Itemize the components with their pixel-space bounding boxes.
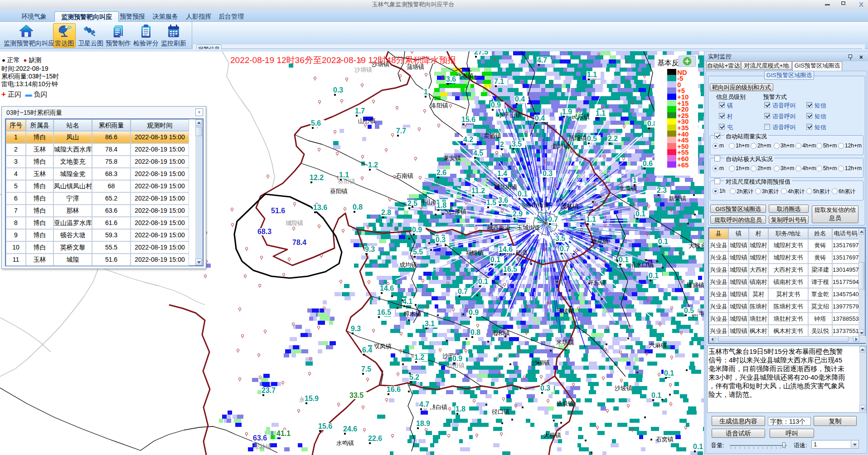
svg-text:城西街道: 城西街道 xyxy=(487,224,511,231)
svg-text:0.1: 0.1 xyxy=(664,369,674,377)
svg-text:新圩镇: 新圩镇 xyxy=(552,143,570,150)
svg-text:盛泉镇: 盛泉镇 xyxy=(556,400,574,407)
svg-text:1.8: 1.8 xyxy=(456,405,466,413)
svg-text:6.4: 6.4 xyxy=(362,346,372,354)
svg-text:16.6: 16.6 xyxy=(387,386,401,393)
svg-text:清水口镇: 清水口镇 xyxy=(630,261,654,268)
svg-text:0.1: 0.1 xyxy=(693,443,703,450)
svg-text:1.1: 1.1 xyxy=(596,109,606,117)
svg-text:0.3: 0.3 xyxy=(540,384,550,392)
svg-text:双凤镇: 双凤镇 xyxy=(373,343,392,350)
svg-text:2022-08-19 12时36分至2022-08-19 1: 2022-08-19 12时36分至2022-08-19 12时48分累积降水预… xyxy=(230,55,456,65)
svg-text:14.6: 14.6 xyxy=(380,284,394,292)
svg-text:北流镇: 北流镇 xyxy=(619,185,637,192)
svg-text:5.6: 5.6 xyxy=(311,119,321,127)
svg-text:15.6: 15.6 xyxy=(318,422,332,430)
svg-text:0.8: 0.8 xyxy=(470,328,480,336)
svg-text:22.6: 22.6 xyxy=(368,435,382,442)
svg-text:名山街道: 名山街道 xyxy=(526,201,549,208)
svg-text:1.8: 1.8 xyxy=(436,201,446,209)
svg-text:14.6: 14.6 xyxy=(499,245,513,253)
svg-text:5.2: 5.2 xyxy=(409,373,419,381)
svg-text:0.9: 0.9 xyxy=(452,355,462,362)
svg-text:城隍镇: 城隍镇 xyxy=(286,220,303,226)
svg-text:3.6: 3.6 xyxy=(446,75,456,83)
svg-text:2.9: 2.9 xyxy=(513,210,523,218)
svg-text:27.5: 27.5 xyxy=(474,51,488,56)
svg-text:洛阳镇: 洛阳镇 xyxy=(431,102,448,109)
svg-text:0.7: 0.7 xyxy=(560,245,570,253)
svg-text:0.1: 0.1 xyxy=(619,256,629,264)
svg-text:0.1: 0.1 xyxy=(658,238,668,245)
svg-text:1.1: 1.1 xyxy=(587,71,597,78)
svg-text:小平山镇: 小平山镇 xyxy=(497,112,521,118)
svg-text:2.3: 2.3 xyxy=(657,186,667,194)
svg-text:16.5: 16.5 xyxy=(503,265,517,273)
svg-text:0.5: 0.5 xyxy=(587,135,597,142)
svg-text:2: 2 xyxy=(500,141,504,148)
svg-text:1.9: 1.9 xyxy=(562,108,572,116)
svg-text:12.2: 12.2 xyxy=(310,174,324,181)
svg-text:1.2: 1.2 xyxy=(368,161,378,169)
svg-text:2.2: 2.2 xyxy=(608,135,618,142)
svg-text:7.1: 7.1 xyxy=(494,78,504,85)
svg-text:1.4: 1.4 xyxy=(497,170,507,177)
svg-text:0.1: 0.1 xyxy=(490,256,500,264)
svg-text:4.2: 4.2 xyxy=(463,136,473,143)
svg-text:基本反: 基本反 xyxy=(657,59,679,67)
svg-text:葵阳镇: 葵阳镇 xyxy=(330,188,348,195)
svg-text:那林镇: 那林镇 xyxy=(254,443,272,450)
svg-text:石南镇: 石南镇 xyxy=(396,172,413,179)
svg-text:沙坡镇: 沙坡镇 xyxy=(615,385,632,391)
svg-text:7.7: 7.7 xyxy=(396,127,406,135)
svg-text:23.7: 23.7 xyxy=(262,387,276,394)
svg-text:成均镇: 成均镇 xyxy=(399,261,417,268)
svg-text:1.2: 1.2 xyxy=(414,353,424,361)
svg-text:0.9: 0.9 xyxy=(412,226,422,234)
svg-text:0.9: 0.9 xyxy=(491,101,501,109)
svg-text:15.9: 15.9 xyxy=(305,395,319,402)
svg-text:2.6: 2.6 xyxy=(436,169,446,176)
svg-text:18.9: 18.9 xyxy=(416,420,430,427)
svg-text:0.1: 0.1 xyxy=(635,210,645,218)
svg-text:0.3: 0.3 xyxy=(436,236,446,244)
svg-text:塘岸镇: 塘岸镇 xyxy=(591,238,609,245)
svg-text:9.3: 9.3 xyxy=(365,245,375,253)
svg-text:马坡镇: 马坡镇 xyxy=(557,308,574,314)
svg-text:4.5: 4.5 xyxy=(473,149,483,157)
svg-text:68.3: 68.3 xyxy=(257,228,272,235)
svg-text:0.6: 0.6 xyxy=(643,160,653,167)
svg-text:78.4: 78.4 xyxy=(292,239,306,246)
svg-text:大桥镇: 大桥镇 xyxy=(543,432,561,439)
svg-text:33.5: 33.5 xyxy=(349,391,364,399)
svg-text:0.5: 0.5 xyxy=(684,307,694,314)
svg-text:石窝镇: 石窝镇 xyxy=(656,436,674,443)
svg-text:0.4: 0.4 xyxy=(515,95,525,103)
svg-text:福绵镇: 福绵镇 xyxy=(466,250,484,256)
svg-text:0.8: 0.8 xyxy=(353,203,363,211)
svg-text:1.7: 1.7 xyxy=(355,107,365,115)
svg-text:西埌镇: 西埌镇 xyxy=(569,135,587,142)
svg-text:水鸣镇: 水鸣镇 xyxy=(336,440,354,446)
svg-text:城北街道: 城北街道 xyxy=(494,183,518,190)
svg-text:新荣镇: 新荣镇 xyxy=(669,195,686,202)
svg-text:9.3: 9.3 xyxy=(351,325,361,333)
svg-text:5.5: 5.5 xyxy=(413,248,423,256)
svg-text:樟木镇: 樟木镇 xyxy=(403,310,422,317)
svg-text:石和镇: 石和镇 xyxy=(492,330,510,337)
svg-text:3.5: 3.5 xyxy=(555,235,565,242)
svg-text:沙塘镇: 沙塘镇 xyxy=(354,66,372,73)
svg-text:0.1: 0.1 xyxy=(649,272,659,279)
svg-text:0.7: 0.7 xyxy=(548,215,558,223)
svg-text:六麻镇: 六麻镇 xyxy=(649,342,667,349)
svg-text:1.1: 1.1 xyxy=(586,215,596,223)
svg-text:1.5: 1.5 xyxy=(486,199,496,206)
svg-text:0.1: 0.1 xyxy=(478,278,488,285)
svg-text:0.7: 0.7 xyxy=(458,288,468,295)
svg-text:隆盛镇: 隆盛镇 xyxy=(687,282,704,289)
svg-text:玉城街道: 玉城街道 xyxy=(517,224,540,231)
svg-text:4.7: 4.7 xyxy=(537,56,547,64)
svg-text:0.3: 0.3 xyxy=(543,170,553,177)
svg-text:24.6: 24.6 xyxy=(343,425,357,433)
svg-text:13.6: 13.6 xyxy=(313,204,327,211)
